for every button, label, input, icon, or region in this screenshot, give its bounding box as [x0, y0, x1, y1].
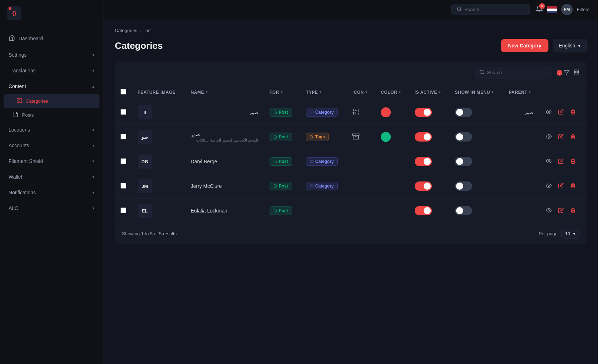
- badge-category: Category: [306, 108, 338, 117]
- table-toolbar: 0: [115, 61, 587, 84]
- edit-button[interactable]: [557, 181, 565, 191]
- svg-rect-29: [310, 160, 313, 162]
- col-parent[interactable]: Parent ▾: [509, 90, 533, 95]
- categories-table: Feature Image Name ▾ For ▾: [115, 84, 587, 223]
- delete-button[interactable]: [569, 206, 577, 216]
- filter-button[interactable]: Filters: [577, 7, 589, 12]
- show-in-menu-toggle[interactable]: [455, 132, 472, 142]
- select-all-checkbox[interactable]: [121, 89, 126, 94]
- sidebar-item-wallet[interactable]: Wallet ▾: [0, 169, 103, 185]
- name-subtitle: الوسم الأساسي للصور الخاصة بالثلاثات: [191, 138, 258, 143]
- sidebar-item-content[interactable]: Content ▴: [0, 78, 103, 94]
- is-active-toggle[interactable]: [415, 157, 432, 166]
- icon-cell: [347, 125, 375, 149]
- logo: {}: [0, 0, 103, 26]
- view-button[interactable]: [545, 108, 553, 117]
- col-icon[interactable]: Icon ▾: [352, 90, 369, 95]
- show-in-menu-toggle[interactable]: [455, 206, 472, 215]
- topbar-search-input[interactable]: [465, 7, 525, 12]
- col-type[interactable]: Type ▾: [306, 90, 341, 95]
- show-in-menu-toggle[interactable]: [455, 181, 472, 191]
- table-search[interactable]: [474, 67, 552, 78]
- edit-button[interactable]: [557, 157, 565, 166]
- view-button[interactable]: [545, 157, 553, 166]
- col-is-active[interactable]: Is Active ▾: [415, 90, 444, 95]
- table-row: IIصور Post Category صور: [115, 100, 587, 125]
- sidebar-item-filament-shield[interactable]: Filament Shield ▾: [0, 153, 103, 169]
- column-visibility-button[interactable]: [574, 69, 579, 76]
- badge-category: Category: [306, 157, 338, 166]
- header-actions: New Category English ▾: [501, 39, 587, 52]
- per-page-label: Per page: [539, 231, 558, 236]
- showing-text: Showing 1 to 5 of 5 results: [122, 231, 177, 236]
- per-page-select[interactable]: 10 ▾: [561, 229, 579, 239]
- notification-button[interactable]: 0: [536, 5, 543, 14]
- sidebar-item-dashboard[interactable]: Dashboard: [0, 30, 103, 47]
- svg-rect-3: [17, 98, 19, 100]
- sidebar-item-translations[interactable]: Translations ▾: [0, 63, 103, 78]
- table-search-input[interactable]: [487, 70, 547, 75]
- delete-button[interactable]: [569, 132, 577, 142]
- is-active-toggle[interactable]: [415, 206, 432, 215]
- svg-marker-9: [564, 71, 569, 75]
- table-filter-button[interactable]: 0: [557, 70, 569, 76]
- show-in-menu-toggle[interactable]: [455, 157, 472, 166]
- show-in-menu-toggle[interactable]: [455, 108, 472, 117]
- svg-point-30: [548, 160, 550, 162]
- svg-rect-12: [577, 72, 579, 74]
- view-button[interactable]: [545, 181, 553, 191]
- chevron-down-icon: ▾: [92, 128, 94, 132]
- avatar: EL: [138, 204, 152, 218]
- breadcrumb-parent[interactable]: Categories: [115, 28, 137, 33]
- name-arabic: صور: [191, 110, 258, 115]
- sidebar-item-accounts[interactable]: Accounts ▾: [0, 138, 103, 153]
- svg-rect-5: [20, 101, 21, 103]
- table-row: صوصورالوسم الأساسي للصور الخاصة بالثلاثا…: [115, 125, 587, 149]
- is-active-toggle[interactable]: [415, 181, 432, 191]
- sidebar-item-locations[interactable]: Locations ▾: [0, 122, 103, 138]
- col-show-in-menu[interactable]: Show In Menu ▾: [455, 90, 497, 95]
- row-checkbox[interactable]: [121, 207, 126, 213]
- sort-icon: ▾: [439, 90, 441, 94]
- is-active-toggle[interactable]: [415, 132, 432, 142]
- col-for[interactable]: For ▾: [270, 90, 295, 95]
- svg-rect-6: [17, 101, 19, 103]
- sidebar-item-settings[interactable]: Settings ▾: [0, 47, 103, 63]
- topbar-search[interactable]: [451, 4, 530, 15]
- row-checkbox[interactable]: [121, 109, 126, 115]
- color-cell: [375, 125, 409, 149]
- color-cell: [375, 174, 409, 199]
- edit-button[interactable]: [557, 132, 565, 142]
- sidebar-item-posts[interactable]: Posts: [0, 108, 103, 122]
- delete-button[interactable]: [569, 108, 577, 117]
- svg-rect-13: [574, 72, 576, 74]
- is-active-toggle[interactable]: [415, 108, 432, 117]
- name-text: صور: [191, 132, 258, 137]
- row-checkbox[interactable]: [121, 134, 126, 139]
- type-badges: Category: [306, 182, 341, 190]
- col-color[interactable]: Color ▾: [381, 90, 403, 95]
- user-avatar[interactable]: FM: [561, 4, 573, 15]
- avatar: JM: [138, 179, 152, 193]
- delete-button[interactable]: [569, 181, 577, 191]
- view-button[interactable]: [545, 206, 553, 216]
- edit-button[interactable]: [557, 108, 565, 117]
- edit-button[interactable]: [557, 206, 565, 216]
- chevron-down-icon: ▾: [92, 143, 94, 148]
- name-text: Daryl Berge: [191, 159, 258, 164]
- view-button[interactable]: [545, 132, 553, 142]
- new-category-button[interactable]: New Category: [501, 39, 548, 52]
- row-checkbox[interactable]: [121, 183, 126, 189]
- row-checkbox[interactable]: [121, 158, 126, 164]
- language-selector[interactable]: English ▾: [553, 39, 587, 52]
- col-name[interactable]: Name ▾: [191, 90, 258, 95]
- delete-button[interactable]: [569, 157, 577, 166]
- sidebar-item-alc[interactable]: ALC ▾: [0, 200, 103, 216]
- sidebar-item-notifications[interactable]: Notifications ▾: [0, 185, 103, 200]
- badge-post: Post: [270, 206, 292, 215]
- parent-cell: [503, 199, 539, 223]
- color-dot: [381, 132, 391, 142]
- sidebar-item-categories[interactable]: Categories: [4, 94, 99, 108]
- svg-point-33: [548, 210, 550, 211]
- svg-point-7: [457, 7, 460, 10]
